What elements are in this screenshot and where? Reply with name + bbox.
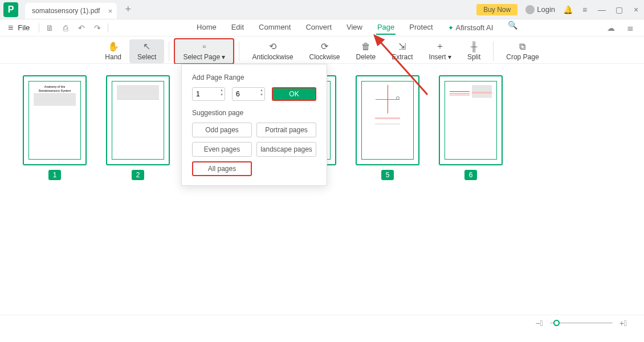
tool-insert[interactable]: ＋ Insert ▾	[421, 39, 459, 63]
page-number: 1	[48, 170, 62, 180]
tab-title: somatosensory (1).pdf	[32, 7, 100, 15]
spinner-arrows[interactable]: ▲▼	[220, 88, 223, 96]
close-tab-icon[interactable]: ×	[108, 7, 113, 15]
print-icon[interactable]: ⎙	[60, 23, 71, 32]
tool-hand[interactable]: ✋ Hand	[97, 39, 129, 63]
thumb-preview[interactable]	[439, 75, 503, 165]
tool-extract-label: Extract	[392, 53, 413, 61]
page-thumb-5[interactable]: 5	[356, 75, 419, 180]
zoom-in-icon[interactable]: +⃝	[619, 319, 627, 328]
range-to-value: 6	[236, 90, 240, 98]
suggestion-label: Suggestion page	[192, 109, 316, 117]
minimize-icon[interactable]: —	[597, 5, 606, 14]
portrait-pages-button[interactable]: Portrait pages	[256, 123, 316, 137]
divider	[108, 23, 108, 32]
ok-button[interactable]: OK	[272, 87, 316, 101]
divider	[239, 42, 239, 61]
tool-anticlockwise-label: Anticlockwise	[252, 53, 293, 61]
new-tab-button[interactable]: +	[125, 3, 131, 15]
file-bar: ≡ File 🗎 ⎙ ↶ ↷ Home Edit Comment Convert…	[0, 19, 644, 36]
range-from-input[interactable]: 1 ▲▼	[192, 87, 225, 101]
cursor-icon: ↖	[143, 42, 150, 52]
odd-pages-button[interactable]: Odd pages	[192, 123, 252, 137]
tool-insert-label: Insert ▾	[429, 53, 451, 61]
save-icon[interactable]: 🗎	[44, 23, 55, 32]
thumb-preview[interactable]: Anatomy of the Somatosensory System	[23, 75, 87, 165]
doc-title: Anatomy of the Somatosensory System	[34, 85, 76, 92]
tool-delete[interactable]: 🗑 Delete	[348, 39, 384, 63]
select-page-dropdown: Add Page Range 1 ▲▼ 6 ▲▼ OK Suggestion p…	[181, 64, 327, 186]
file-menu[interactable]: File	[18, 23, 30, 32]
menu-protect[interactable]: Protect	[408, 21, 434, 35]
divider	[169, 42, 169, 61]
app-logo: P	[3, 2, 18, 17]
rotate-left-icon: ⟲	[269, 42, 276, 52]
rotate-right-icon: ⟳	[321, 42, 328, 52]
add-page-range-label: Add Page Range	[192, 74, 316, 82]
tool-anticlockwise[interactable]: ⟲ Anticlockwise	[244, 39, 301, 63]
hand-icon: ✋	[108, 42, 119, 52]
menu-edit[interactable]: Edit	[230, 21, 245, 35]
page-toolbar: ✋ Hand ↖ Select ▫ Select Page ▾ ⟲ Anticl…	[0, 36, 644, 64]
tool-delete-label: Delete	[356, 53, 376, 61]
tool-split-label: Split	[467, 53, 480, 61]
login-button[interactable]: Login	[525, 5, 555, 14]
login-label: Login	[537, 5, 555, 14]
menu-page[interactable]: Page	[376, 21, 396, 35]
buy-now-button[interactable]: Buy Now	[476, 4, 517, 15]
cloud-icon[interactable]: ☁	[605, 23, 617, 32]
tool-select-label: Select	[137, 53, 156, 61]
tool-crop[interactable]: ⧉ Crop Page	[498, 39, 547, 63]
tool-select-page-label: Select Page ▾	[183, 53, 225, 61]
page-number: 2	[132, 170, 145, 180]
undo-icon[interactable]: ↶	[76, 23, 87, 32]
spinner-arrows[interactable]: ▲▼	[260, 88, 263, 96]
split-icon: ╫	[471, 42, 477, 52]
zoom-slider[interactable]	[550, 322, 613, 324]
tool-extract[interactable]: ⇲ Extract	[384, 39, 421, 63]
page-thumb-2[interactable]: 2	[106, 75, 170, 180]
all-pages-button[interactable]: All pages	[192, 161, 252, 176]
search-icon[interactable]: 🔍	[507, 21, 518, 35]
redo-icon[interactable]: ↷	[92, 23, 103, 32]
menu-icon[interactable]: ≡	[580, 5, 589, 14]
tool-select-page[interactable]: ▫ Select Page ▾	[174, 38, 234, 64]
close-window-icon[interactable]: ×	[631, 5, 641, 14]
tool-select[interactable]: ↖ Select	[129, 39, 164, 63]
maximize-icon[interactable]: ▢	[614, 5, 623, 14]
zoom-slider-thumb[interactable]	[553, 320, 560, 326]
page-number: 6	[464, 170, 478, 180]
tool-clockwise-label: Clockwise	[309, 53, 340, 61]
page-number: 5	[381, 170, 394, 180]
range-to-input[interactable]: 6 ▲▼	[232, 87, 265, 101]
landscape-pages-button[interactable]: landscape pages	[256, 142, 316, 157]
bell-icon[interactable]: 🔔	[563, 5, 572, 14]
crop-icon: ⧉	[519, 42, 525, 52]
page-thumb-1[interactable]: Anatomy of the Somatosensory System 1	[23, 75, 87, 180]
hamburger-icon[interactable]: ≡	[8, 23, 13, 33]
sparkle-icon: ✦	[448, 24, 454, 32]
even-pages-button[interactable]: Even pages	[192, 142, 252, 157]
menu-home[interactable]: Home	[195, 21, 218, 35]
user-icon	[525, 5, 535, 14]
divider	[39, 23, 39, 32]
thumb-preview[interactable]	[106, 75, 170, 165]
page-thumb-6[interactable]: 6	[439, 75, 503, 180]
status-bar: −⃝ +⃝	[0, 315, 644, 331]
menu-comment[interactable]: Comment	[258, 21, 292, 35]
settings-lines-icon[interactable]: ≣	[625, 23, 636, 32]
zoom-out-icon[interactable]: −⃝	[535, 319, 543, 328]
trash-icon: 🗑	[361, 42, 370, 52]
title-bar: P somatosensory (1).pdf × + Buy Now Logi…	[0, 0, 644, 19]
tool-split[interactable]: ╫ Split	[459, 39, 488, 63]
thumb-preview[interactable]	[356, 75, 419, 165]
tool-crop-label: Crop Page	[506, 53, 539, 61]
insert-icon: ＋	[435, 42, 445, 52]
document-tab[interactable]: somatosensory (1).pdf ×	[25, 3, 117, 19]
tool-clockwise[interactable]: ⟳ Clockwise	[301, 39, 348, 63]
menu-convert[interactable]: Convert	[304, 21, 333, 35]
menu-view[interactable]: View	[345, 21, 364, 35]
menu-ai[interactable]: ✦ Afirstsoft AI	[447, 21, 495, 35]
extract-icon: ⇲	[398, 42, 406, 52]
divider	[493, 42, 494, 61]
